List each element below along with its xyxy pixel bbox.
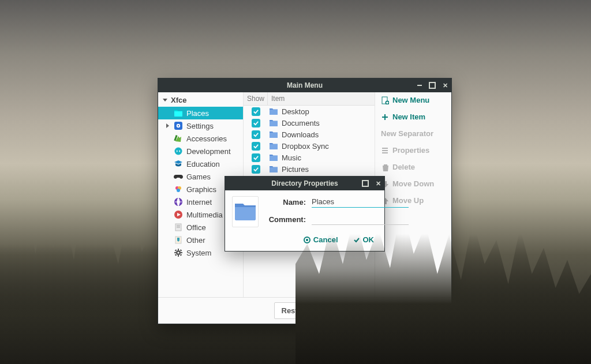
directory-properties-dialog: Directory Properties Name: Comment: xyxy=(225,176,385,252)
show-checkbox[interactable] xyxy=(252,153,260,162)
item-row[interactable]: Music xyxy=(244,152,375,163)
category-label: Graphics xyxy=(186,185,216,194)
close-icon[interactable] xyxy=(374,179,382,187)
properties-button[interactable]: Properties xyxy=(381,146,429,155)
item-row[interactable]: Desktop xyxy=(244,106,375,117)
move-down-button[interactable]: Move Down xyxy=(381,179,434,188)
properties-icon xyxy=(381,147,389,155)
category-education[interactable]: Education xyxy=(158,157,243,170)
maximize-icon[interactable] xyxy=(361,179,369,187)
item-row[interactable]: Downloads xyxy=(244,129,375,140)
folder-icon xyxy=(269,118,278,127)
category-root[interactable]: Xfce xyxy=(158,93,243,107)
item-label: Downloads xyxy=(282,130,319,139)
category-label: Places xyxy=(186,109,209,118)
check-icon xyxy=(253,143,259,149)
caret-right-icon xyxy=(166,123,169,128)
show-checkbox[interactable] xyxy=(252,119,260,127)
development-icon xyxy=(174,147,183,156)
restore-config-button[interactable]: Restore System Configuration xyxy=(274,302,397,319)
minimize-icon[interactable] xyxy=(416,81,424,89)
check-icon xyxy=(253,108,259,115)
main-menu-titlebar[interactable]: Main Menu xyxy=(158,78,451,92)
check-icon xyxy=(353,237,360,243)
folder-icon xyxy=(269,107,278,116)
ok-button[interactable]: OK xyxy=(353,235,375,244)
item-row[interactable]: Pictures xyxy=(244,163,375,175)
other-icon xyxy=(174,235,183,245)
item-label: Desktop xyxy=(282,107,309,116)
category-label: Games xyxy=(186,172,211,181)
item-row[interactable]: Documents xyxy=(244,117,375,129)
accessories-icon xyxy=(174,134,183,143)
comment-label: Comment: xyxy=(264,215,306,224)
folder-icon xyxy=(269,164,278,174)
new-menu-button[interactable]: New Menu xyxy=(381,96,429,104)
comment-input[interactable] xyxy=(312,213,409,225)
category-label: Development xyxy=(186,147,231,156)
actions-panel: New Menu New Item New Separator Properti… xyxy=(375,92,451,297)
column-show[interactable]: Show xyxy=(244,92,268,105)
item-row[interactable]: Dropbox Sync xyxy=(244,140,375,152)
cancel-icon xyxy=(304,237,311,243)
plus-icon xyxy=(381,113,389,121)
new-separator-button[interactable]: New Separator xyxy=(381,129,433,138)
show-checkbox[interactable] xyxy=(252,107,260,116)
category-accessories[interactable]: Accessories xyxy=(158,132,243,145)
category-root-label: Xfce xyxy=(171,96,186,104)
category-label: Settings xyxy=(186,122,214,130)
show-checkbox[interactable] xyxy=(252,130,260,139)
internet-icon xyxy=(174,197,183,207)
caret-down-icon xyxy=(163,99,167,102)
directory-icon-button[interactable] xyxy=(232,196,259,227)
item-label: Dropbox Sync xyxy=(282,142,329,151)
column-item[interactable]: Item xyxy=(268,92,375,105)
desktop-wallpaper: Main Menu Xfce PlacesSettingsAccessories… xyxy=(0,0,591,364)
dialog-titlebar[interactable]: Directory Properties xyxy=(225,177,384,190)
show-checkbox[interactable] xyxy=(252,165,260,174)
name-label: Name: xyxy=(264,198,306,207)
check-icon xyxy=(253,120,259,126)
check-icon xyxy=(253,132,259,138)
multimedia-icon xyxy=(174,210,183,219)
folder-icon xyxy=(269,141,278,151)
folder-icon xyxy=(269,153,278,162)
category-label: Office xyxy=(186,223,206,232)
education-icon xyxy=(174,159,183,168)
category-label: Other xyxy=(186,236,205,245)
items-header: Show Item xyxy=(244,92,375,106)
item-label: Documents xyxy=(282,119,320,127)
category-development[interactable]: Development xyxy=(158,145,243,157)
maximize-icon[interactable] xyxy=(428,81,436,89)
folder-icon xyxy=(233,199,258,224)
category-label: System xyxy=(186,249,211,257)
delete-button[interactable]: Delete xyxy=(381,163,415,171)
games-icon xyxy=(174,172,183,181)
item-label: Music xyxy=(282,153,301,162)
settings-icon xyxy=(174,121,183,130)
folder-icon xyxy=(174,108,183,118)
name-input[interactable] xyxy=(312,196,409,208)
close-button[interactable]: ✕ Close xyxy=(402,302,447,319)
show-checkbox[interactable] xyxy=(252,142,260,151)
cancel-button[interactable]: Cancel xyxy=(304,235,338,244)
main-menu-title: Main Menu xyxy=(287,81,323,89)
category-label: Internet xyxy=(186,198,212,207)
trash-icon xyxy=(381,163,389,171)
main-menu-footer: Restore System Configuration ✕ Close xyxy=(158,297,451,324)
dialog-title: Directory Properties xyxy=(271,179,338,187)
check-icon xyxy=(253,166,259,172)
office-icon xyxy=(174,223,183,232)
close-icon[interactable] xyxy=(441,81,449,89)
new-file-icon xyxy=(381,96,389,104)
category-label: Education xyxy=(186,160,220,168)
x-icon: ✕ xyxy=(409,306,416,315)
folder-icon xyxy=(269,130,278,139)
category-places[interactable]: Places xyxy=(158,107,243,119)
system-icon xyxy=(174,248,183,257)
new-item-button[interactable]: New Item xyxy=(381,112,425,121)
category-settings[interactable]: Settings xyxy=(158,119,243,132)
graphics-icon xyxy=(174,185,183,194)
check-icon xyxy=(253,155,259,161)
category-label: Accessories xyxy=(186,134,227,143)
